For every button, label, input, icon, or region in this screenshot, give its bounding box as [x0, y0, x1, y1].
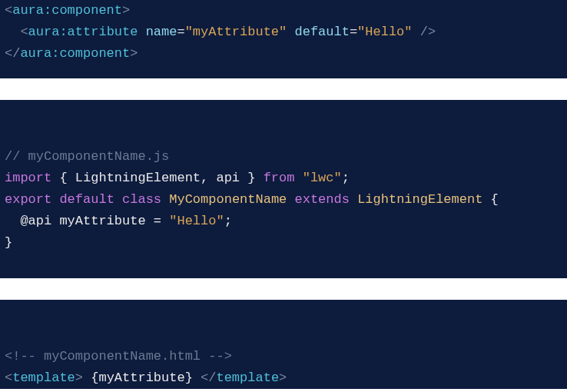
keyword: from	[264, 171, 295, 185]
tag-name: aura:attribute	[28, 25, 138, 39]
space	[114, 192, 122, 207]
bracket: <	[20, 25, 28, 39]
space	[287, 25, 294, 39]
keyword: extends	[295, 192, 350, 207]
keyword: default	[59, 192, 114, 207]
indent	[5, 214, 20, 228]
keyword: import	[5, 171, 51, 185]
string: "Hello"	[169, 214, 224, 228]
code-line: </aura:component>	[5, 43, 562, 65]
brace: {	[482, 192, 498, 207]
equals: =	[154, 214, 161, 228]
code-line: <aura:component>	[5, 0, 562, 22]
bracket: >	[122, 3, 130, 18]
indent	[5, 25, 20, 39]
code-line: <template> {myAttribute} </template>	[5, 367, 562, 389]
bracket: </	[201, 370, 216, 385]
space	[294, 171, 302, 185]
space	[350, 192, 357, 207]
bracket: </	[5, 46, 20, 61]
space	[138, 25, 145, 39]
comment: // myComponentName.js	[5, 149, 169, 164]
code-line: import { LightningElement, api } from "l…	[5, 168, 562, 189]
bracket: >	[279, 370, 287, 385]
keyword: export	[5, 192, 51, 207]
space	[161, 214, 169, 228]
bracket: >	[75, 370, 83, 385]
code-line: export default class MyComponentName ext…	[5, 189, 562, 211]
code-line: <!-- myComponentName.html -->	[5, 346, 562, 367]
text-content: {myAttribute}	[83, 370, 201, 385]
bracket: <	[5, 3, 12, 18]
code-line: <aura:attribute name="myAttribute" defau…	[5, 22, 562, 43]
bracket: <	[5, 370, 12, 385]
decorator: @api myAttribute	[20, 214, 153, 228]
attr-name: name	[146, 25, 177, 39]
code-line: }	[5, 232, 562, 254]
keyword: class	[122, 192, 161, 207]
equals: =	[177, 25, 184, 39]
tag-name: aura:component	[20, 46, 130, 61]
string: "Hello"	[357, 25, 412, 39]
equals: =	[350, 25, 357, 39]
tag-name: template	[216, 370, 279, 385]
tag-name: aura:component	[12, 3, 122, 18]
tag-name: template	[12, 370, 75, 385]
comment-open: <!--	[5, 349, 36, 364]
code-block-aura: <aura:component> <aura:attribute name="m…	[0, 0, 567, 78]
class-name: LightningElement	[357, 192, 482, 207]
bracket: />	[413, 25, 436, 39]
code-block-js: // myComponentName.js import { Lightning…	[0, 100, 567, 278]
code-block-html: <!-- myComponentName.html --> <template>…	[0, 300, 567, 389]
bracket: >	[130, 46, 138, 61]
brace: }	[5, 235, 12, 250]
semicolon: ;	[342, 171, 350, 185]
string: "lwc"	[303, 171, 342, 185]
semicolon: ;	[224, 214, 232, 228]
space	[51, 192, 59, 207]
plain: { LightningElement, api }	[51, 171, 263, 185]
string: "myAttribute"	[185, 25, 287, 39]
space	[287, 192, 294, 207]
class-name: MyComponentName	[169, 192, 287, 207]
code-line: // myComponentName.js	[5, 146, 562, 168]
attr-name: default	[294, 25, 349, 39]
space	[161, 192, 169, 207]
code-line: @api myAttribute = "Hello";	[5, 211, 562, 232]
comment-text: myComponentName.html	[36, 349, 208, 364]
comment-close: -->	[208, 349, 232, 364]
